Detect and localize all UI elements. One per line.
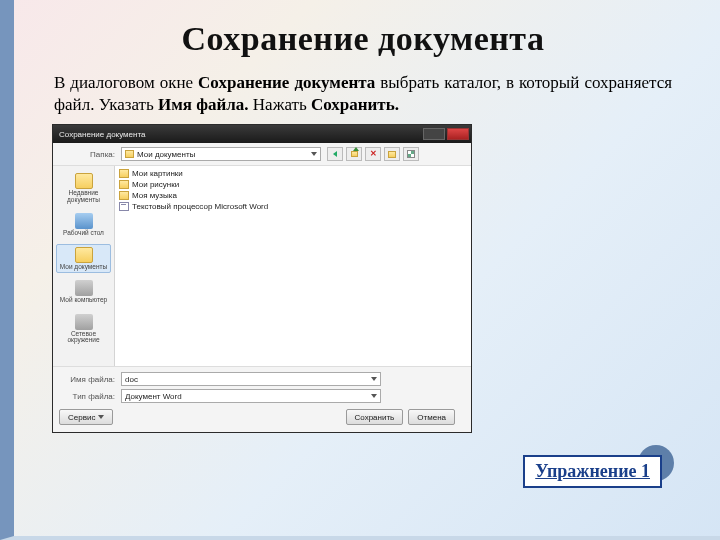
location-row: Папка: Мои документы ✕ [53, 143, 471, 166]
views-button[interactable] [403, 147, 419, 161]
place-network[interactable]: Сетевое окружение [56, 311, 111, 347]
folder-icon [119, 180, 129, 189]
tools-label: Сервис [68, 413, 95, 422]
list-item[interactable]: Текстовый процессор Microsoft Word [119, 202, 467, 211]
folder-dropdown[interactable]: Мои документы [121, 147, 321, 161]
folder-value: Мои документы [137, 150, 195, 159]
slide-title: Сохранение документа [54, 20, 672, 58]
list-item[interactable]: Мои рисунки [119, 180, 467, 189]
save-label: Сохранить [355, 413, 395, 422]
up-one-level-button[interactable] [346, 147, 362, 161]
up-folder-icon [351, 151, 358, 157]
window-controls [423, 128, 469, 140]
filename-input[interactable]: doc [121, 372, 381, 386]
chevron-down-icon [371, 394, 377, 398]
intro-bold-2: Имя файла. [158, 95, 249, 114]
new-folder-button[interactable] [384, 147, 400, 161]
intro-bold-3: Сохранить. [311, 95, 399, 114]
place-desktop[interactable]: Рабочий стол [56, 210, 111, 240]
intro-bold-1: Сохранение документа [198, 73, 375, 92]
close-button[interactable] [447, 128, 469, 140]
arrow-left-icon [333, 151, 337, 157]
intro-paragraph: В диалоговом окне Сохранение документа в… [54, 72, 672, 116]
folder-icon [119, 191, 129, 200]
file-list[interactable]: Мои картинки Мои рисунки Моя музыка Текс… [115, 166, 471, 366]
cancel-button[interactable]: Отмена [408, 409, 455, 425]
save-dialog: Сохранение документа Папка: Мои документ… [52, 124, 472, 433]
dialog-titlebar: Сохранение документа [53, 125, 471, 143]
exercise-link-wrap: Упражнение 1 [523, 455, 662, 488]
save-button[interactable]: Сохранить [346, 409, 404, 425]
filetype-label: Тип файла: [59, 392, 115, 401]
dialog-title: Сохранение документа [59, 130, 145, 139]
place-my-computer[interactable]: Мой компьютер [56, 277, 111, 307]
place-label: Недавние документы [57, 190, 110, 203]
x-icon: ✕ [370, 150, 377, 158]
folder-label: Папка: [59, 150, 115, 159]
help-button[interactable] [423, 128, 445, 140]
place-label: Мой компьютер [60, 297, 107, 304]
place-label: Мои документы [60, 264, 107, 271]
filename-label: Имя файла: [59, 375, 115, 384]
documents-icon [75, 247, 93, 263]
back-button[interactable] [327, 147, 343, 161]
chevron-down-icon [311, 152, 317, 156]
desktop-icon [75, 213, 93, 229]
document-icon [119, 202, 129, 211]
list-item[interactable]: Моя музыка [119, 191, 467, 200]
filename-row: Имя файла: doc [59, 372, 465, 386]
folder-icon [119, 169, 129, 178]
filetype-value: Документ Word [125, 392, 182, 401]
delete-button[interactable]: ✕ [365, 147, 381, 161]
intro-text-c: Нажать [253, 95, 311, 114]
cancel-label: Отмена [417, 413, 446, 422]
file-name: Мои картинки [132, 169, 183, 178]
folder-icon [125, 150, 134, 158]
dialog-body: Недавние документы Рабочий стол Мои доку… [53, 166, 471, 366]
views-icon [407, 150, 415, 158]
intro-text-a: В диалоговом окне [54, 73, 198, 92]
place-my-documents[interactable]: Мои документы [56, 244, 111, 274]
computer-icon [75, 280, 93, 296]
list-item[interactable]: Мои картинки [119, 169, 467, 178]
file-name: Текстовый процессор Microsoft Word [132, 202, 268, 211]
nav-toolbar: ✕ [327, 147, 419, 161]
file-name: Моя музыка [132, 191, 177, 200]
chevron-down-icon [371, 377, 377, 381]
filetype-dropdown[interactable]: Документ Word [121, 389, 381, 403]
new-folder-icon [388, 151, 396, 158]
places-bar: Недавние документы Рабочий стол Мои доку… [53, 166, 115, 366]
place-label: Рабочий стол [63, 230, 104, 237]
place-recent[interactable]: Недавние документы [56, 170, 111, 206]
filetype-row: Тип файла: Документ Word [59, 389, 465, 403]
tools-button[interactable]: Сервис [59, 409, 113, 425]
action-row: Сервис Сохранить Отмена [59, 409, 465, 425]
filename-value: doc [125, 375, 138, 384]
network-icon [75, 314, 93, 330]
recent-icon [75, 173, 93, 189]
dialog-bottom: Имя файла: doc Тип файла: Документ Word … [53, 366, 471, 432]
exercise-link[interactable]: Упражнение 1 [523, 455, 662, 488]
file-name: Мои рисунки [132, 180, 179, 189]
chevron-down-icon [98, 415, 104, 419]
place-label: Сетевое окружение [57, 331, 110, 344]
